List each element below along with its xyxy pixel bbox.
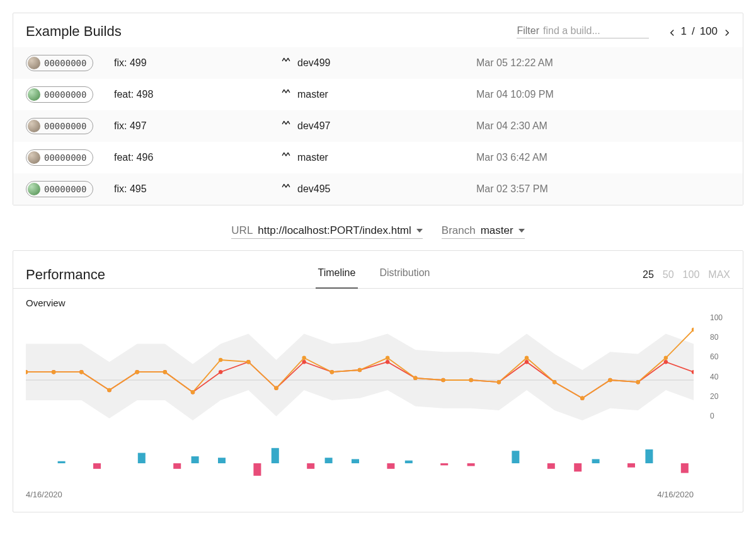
tab-distribution[interactable]: Distribution — [377, 261, 432, 289]
ytick: 100 — [710, 313, 730, 322]
overview-line-chart — [26, 313, 694, 439]
svg-point-43 — [497, 380, 501, 384]
range-100[interactable]: 100 — [683, 269, 700, 280]
builds-card: Example Builds Filter 1 / 100 00000000fi… — [13, 13, 743, 205]
url-value: http://localhost:PORT/index.html — [258, 224, 411, 237]
commit-message: fix: 497 — [114, 120, 281, 132]
caret-down-icon — [416, 224, 423, 237]
svg-point-28 — [79, 370, 83, 374]
svg-rect-53 — [138, 453, 146, 464]
svg-point-29 — [107, 388, 111, 392]
branch-name: dev495 — [297, 183, 331, 195]
svg-point-14 — [386, 360, 389, 364]
range-25[interactable]: 25 — [643, 269, 654, 280]
filter-label: Filter — [517, 25, 539, 37]
branch-col: master — [281, 88, 476, 101]
svg-point-36 — [302, 356, 306, 360]
svg-point-46 — [580, 396, 584, 400]
svg-point-34 — [246, 360, 250, 364]
build-date: Mar 04 2:30 AM — [476, 120, 547, 132]
commit-message: feat: 496 — [114, 152, 281, 163]
svg-point-32 — [191, 390, 195, 394]
filters-row: URL http://localhost:PORT/index.html Bra… — [13, 218, 743, 250]
overview-chart: 100 80 60 40 20 0 — [26, 313, 730, 439]
build-row[interactable]: 00000000feat: 498masterMar 04 10:09 PM — [13, 79, 743, 110]
svg-point-41 — [441, 378, 445, 382]
ytick: 0 — [710, 412, 730, 420]
commit-hash: 00000000 — [44, 58, 86, 68]
x-end: 4/16/2020 — [657, 490, 694, 499]
svg-rect-57 — [253, 463, 261, 476]
svg-point-49 — [664, 356, 668, 360]
svg-point-11 — [302, 360, 306, 364]
filter-input[interactable] — [543, 25, 669, 37]
chevron-right-icon[interactable] — [723, 28, 730, 35]
avatar — [28, 57, 40, 69]
branch-icon — [281, 183, 291, 195]
performance-card: Performance Timeline Distribution 25 50 … — [13, 250, 743, 512]
branch-col: dev499 — [281, 57, 476, 69]
build-row[interactable]: 00000000fix: 499dev499Mar 05 12:22 AM — [13, 47, 743, 79]
commit-hash: 00000000 — [44, 90, 86, 100]
build-row[interactable]: 00000000fix: 495dev495Mar 02 3:57 PM — [13, 173, 743, 205]
svg-rect-55 — [192, 456, 199, 463]
commit-hash-pill[interactable]: 00000000 — [26, 86, 93, 103]
build-hash-col: 00000000 — [26, 181, 114, 197]
commit-hash-pill[interactable]: 00000000 — [26, 181, 93, 197]
svg-point-47 — [608, 378, 612, 382]
performance-body: Overview 100 80 60 40 20 0 4/16/2020 4/1… — [13, 289, 743, 512]
svg-rect-63 — [405, 461, 413, 463]
branch-name: dev499 — [297, 57, 331, 69]
svg-point-44 — [525, 356, 529, 360]
overview-label: Overview — [26, 298, 730, 308]
commit-hash: 00000000 — [44, 184, 86, 194]
caret-down-icon — [518, 224, 525, 237]
svg-rect-71 — [645, 449, 653, 463]
build-hash-col: 00000000 — [26, 55, 114, 71]
svg-rect-69 — [592, 459, 600, 463]
y-axis: 100 80 60 40 20 0 — [710, 313, 730, 420]
range-50[interactable]: 50 — [663, 269, 674, 280]
x-axis: 4/16/2020 4/16/2020 — [26, 490, 694, 499]
commit-message: feat: 498 — [114, 89, 281, 100]
svg-rect-58 — [272, 448, 279, 463]
build-hash-col: 00000000 — [26, 149, 114, 166]
commit-hash-pill[interactable]: 00000000 — [26, 55, 93, 71]
chevron-left-icon[interactable] — [668, 28, 675, 35]
svg-point-27 — [52, 370, 55, 374]
avatar — [28, 120, 40, 132]
avatar — [28, 151, 40, 164]
svg-point-40 — [413, 376, 417, 380]
pager-current: 1 — [680, 25, 686, 38]
url-label: URL — [231, 224, 253, 237]
build-row[interactable]: 00000000fix: 497dev497Mar 04 2:30 AM — [13, 110, 743, 142]
svg-rect-64 — [440, 463, 448, 465]
svg-rect-70 — [627, 463, 635, 468]
ytick: 40 — [710, 373, 730, 381]
svg-point-19 — [525, 360, 529, 364]
svg-rect-52 — [93, 463, 101, 469]
svg-point-45 — [553, 380, 556, 384]
svg-rect-54 — [173, 463, 181, 469]
svg-rect-66 — [512, 451, 519, 463]
commit-message: fix: 499 — [114, 57, 281, 69]
branch-icon — [281, 151, 291, 164]
branch-selector[interactable]: Branch master — [442, 224, 525, 239]
svg-point-38 — [358, 368, 362, 372]
svg-point-37 — [330, 370, 334, 374]
x-start: 4/16/2020 — [26, 490, 62, 499]
tab-timeline[interactable]: Timeline — [316, 261, 358, 289]
perf-tabs: Timeline Distribution — [316, 261, 433, 288]
url-selector[interactable]: URL http://localhost:PORT/index.html — [231, 224, 422, 239]
range-options: 25 50 100 MAX — [643, 269, 730, 280]
commit-hash-pill[interactable]: 00000000 — [26, 149, 93, 166]
range-max[interactable]: MAX — [708, 269, 730, 280]
build-row[interactable]: 00000000feat: 496masterMar 03 6:42 AM — [13, 142, 743, 173]
build-date: Mar 04 10:09 PM — [476, 89, 554, 100]
svg-rect-61 — [352, 459, 359, 463]
svg-point-48 — [636, 380, 639, 384]
build-date: Mar 03 6:42 AM — [476, 152, 547, 163]
filter-field[interactable]: Filter — [517, 25, 649, 38]
commit-hash-pill[interactable]: 00000000 — [26, 118, 93, 134]
pager-sep: / — [692, 25, 695, 38]
